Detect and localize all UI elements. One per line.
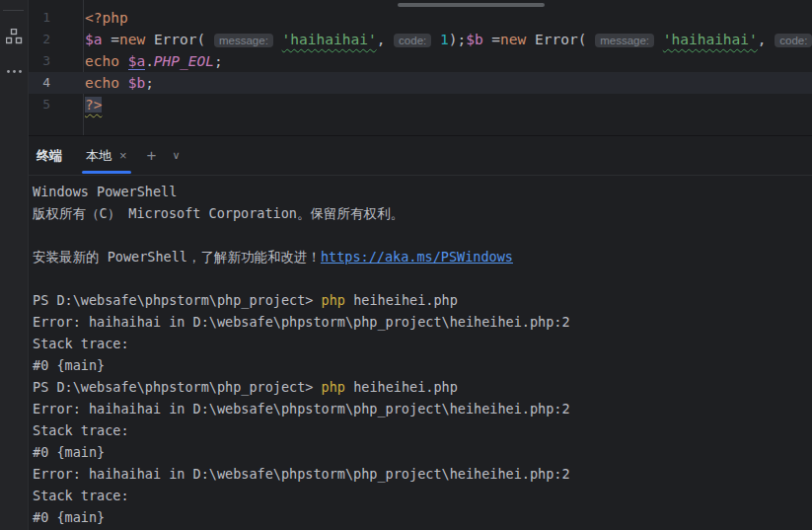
code-token: Error xyxy=(154,32,197,47)
terminal-line: #0 {main} xyxy=(33,354,812,376)
code-token xyxy=(145,32,154,47)
terminal-line: Stack trace: xyxy=(33,419,812,441)
inlay-hint: code: xyxy=(394,34,431,47)
terminal-line: Error: haihaihai in D:\websafe\phpstorm\… xyxy=(33,311,812,333)
ide-window: 1<?php2$a =new Error( message: 'haihaiha… xyxy=(0,0,812,530)
code-token: Error xyxy=(535,32,578,47)
terminal-text: 版权所有（C） Microsoft Corporation。保留所有权利。 xyxy=(33,205,404,221)
terminal-tab-label: 本地 xyxy=(86,147,111,165)
stripe-divider xyxy=(3,10,24,11)
horizontal-scrollbar-thumb[interactable] xyxy=(398,3,545,7)
code-text: ?> xyxy=(83,94,102,115)
code-token: ( xyxy=(578,32,595,47)
code-token: ( xyxy=(197,32,214,47)
terminal-text: #0 {main} xyxy=(33,509,105,525)
code-token: <?php xyxy=(85,10,128,26)
terminal-panel-header: 终端 本地 × + ∨ xyxy=(29,135,812,176)
terminal-line: PS D:\websafe\phpstorm\php_project> php … xyxy=(33,376,812,398)
code-token xyxy=(431,32,440,47)
code-lines: 1<?php2$a =new Error( message: 'haihaiha… xyxy=(29,7,812,115)
line-number: 1 xyxy=(29,7,83,29)
code-text: echo $a.PHP_EOL; xyxy=(83,50,223,72)
terminal-line: Windows PowerShell xyxy=(33,181,812,202)
terminal-text: PS D:\websafe\phpstorm\php_project> xyxy=(33,379,322,395)
terminal-tab-local[interactable]: 本地 × xyxy=(82,136,131,175)
code-token: $a xyxy=(128,53,145,70)
terminal-link[interactable]: https://aka.ms/PSWindows xyxy=(321,249,513,265)
new-terminal-icon[interactable]: + xyxy=(147,147,157,164)
terminal-line: Stack trace: xyxy=(33,485,812,506)
code-token: new xyxy=(119,32,145,47)
terminal-text: Stack trace: xyxy=(33,488,129,503)
code-token: , xyxy=(758,32,775,47)
inlay-hint: message: xyxy=(595,34,654,47)
code-token: 'haihaihai' xyxy=(282,32,377,47)
terminal-text: php xyxy=(322,379,345,395)
line-number: 2 xyxy=(29,29,83,50)
terminal-text: Error: haihaihai in D:\websafe\phpstorm\… xyxy=(33,466,570,482)
terminal-panel-title: 终端 xyxy=(37,147,62,165)
terminal-line: Error: haihaihai in D:\websafe\phpstorm\… xyxy=(33,398,812,419)
code-token: 'haihaihai' xyxy=(663,32,758,47)
code-text: $a =new Error( message: 'haihaihai', cod… xyxy=(83,29,812,50)
terminal-text: heiheihei.php xyxy=(345,292,458,308)
terminal-text: Error: haihaihai in D:\websafe\phpstorm\… xyxy=(33,401,570,416)
code-line: 4echo $b; xyxy=(29,72,812,94)
terminal-line: #0 {main} xyxy=(33,441,812,463)
terminal-text: #0 {main} xyxy=(33,444,105,460)
terminal-line xyxy=(33,267,812,289)
code-token: ); xyxy=(449,32,466,47)
code-text: <?php xyxy=(83,7,128,29)
code-token xyxy=(654,32,663,47)
terminal-text: Windows PowerShell xyxy=(33,184,177,199)
code-line: 1<?php xyxy=(29,7,812,29)
terminal-line: PS D:\websafe\phpstorm\php_project> php … xyxy=(33,289,812,311)
inlay-hint: code: xyxy=(775,34,812,47)
code-token: ; xyxy=(145,75,154,91)
structure-icon[interactable] xyxy=(6,29,23,49)
line-number: 3 xyxy=(29,50,83,72)
code-token: 1 xyxy=(440,32,449,47)
line-number: 4 xyxy=(29,72,83,94)
code-token xyxy=(526,32,535,47)
terminal-text: Stack trace: xyxy=(33,336,129,351)
code-token: = xyxy=(102,32,118,47)
code-token: PHP_EOL xyxy=(154,53,214,69)
terminal-line: Stack trace: xyxy=(33,333,812,354)
code-line: 2$a =new Error( message: 'haihaihai', co… xyxy=(29,29,812,50)
terminal-line: 版权所有（C） Microsoft Corporation。保留所有权利。 xyxy=(33,202,812,224)
code-line: 5?> xyxy=(29,94,812,115)
code-token xyxy=(273,32,282,47)
terminal-text: heiheihei.php xyxy=(345,379,458,395)
terminal-text: PS D:\websafe\phpstorm\php_project> xyxy=(33,292,322,308)
code-token: $b xyxy=(466,32,482,47)
code-token: echo xyxy=(85,75,119,91)
code-token: $b xyxy=(128,75,145,91)
terminal-line xyxy=(33,224,812,246)
code-token: echo xyxy=(85,53,119,69)
terminal-text: 安装最新的 PowerShell，了解新功能和改进！ xyxy=(33,249,321,265)
chevron-down-icon[interactable]: ∨ xyxy=(173,149,181,162)
tool-window-stripe xyxy=(0,0,29,530)
terminal-text: #0 {main} xyxy=(33,357,105,373)
terminal-line: Error: haihaihai in D:\websafe\phpstorm\… xyxy=(33,463,812,485)
terminal-line: #0 {main} xyxy=(33,506,812,528)
code-editor[interactable]: 1<?php2$a =new Error( message: 'haihaiha… xyxy=(29,0,812,135)
line-number: 5 xyxy=(29,94,83,115)
terminal-output[interactable]: Windows PowerShell版权所有（C） Microsoft Corp… xyxy=(29,176,812,530)
code-text: echo $b; xyxy=(83,72,154,94)
code-token: ?> xyxy=(85,97,102,113)
terminal-text: Stack trace: xyxy=(33,422,129,438)
more-tool-windows-icon[interactable] xyxy=(6,63,23,84)
terminal-text: php xyxy=(322,292,345,308)
close-tab-icon[interactable]: × xyxy=(119,148,127,163)
code-token xyxy=(119,53,128,69)
terminal-line: 安装最新的 PowerShell，了解新功能和改进！https://aka.ms… xyxy=(33,246,812,267)
code-token: , xyxy=(377,32,394,47)
terminal-text: Error: haihaihai in D:\websafe\phpstorm\… xyxy=(33,314,570,330)
code-token xyxy=(119,75,128,91)
code-token: new xyxy=(500,32,526,47)
code-line: 3echo $a.PHP_EOL; xyxy=(29,50,812,72)
code-token: $a xyxy=(85,32,102,47)
code-token: ; xyxy=(214,53,223,69)
